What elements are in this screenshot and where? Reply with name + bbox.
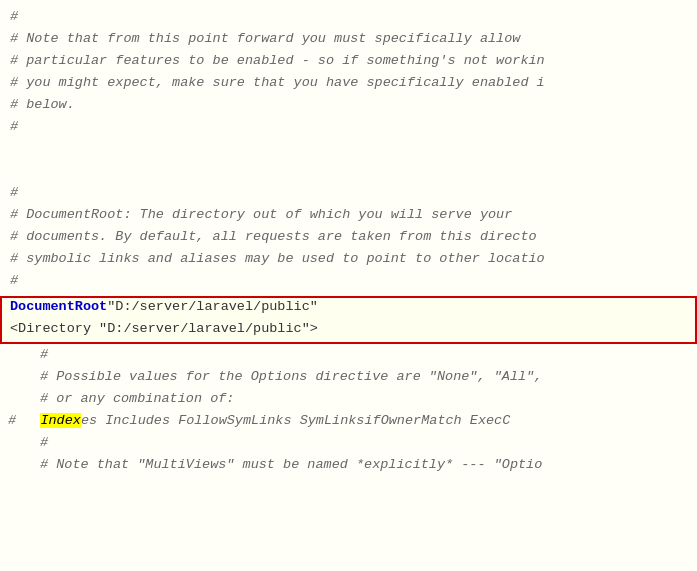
line-text: # <box>0 347 48 362</box>
directory-tag: <Directory "D:/server/laravel/public"> <box>10 321 318 336</box>
line-after-index: es Includes FollowSymLinks SymLinksifOwn… <box>81 413 510 428</box>
line-before-index: # <box>0 413 40 428</box>
code-line-18: # or any combination of: <box>0 390 697 412</box>
code-line-9: # <box>0 184 697 206</box>
line-text: # <box>0 9 18 24</box>
line-text: # below. <box>0 97 75 112</box>
line-text: # Possible values for the Options direct… <box>0 369 542 384</box>
line-text: # you might expect, make sure that you h… <box>0 75 545 90</box>
line-text: # or any combination of: <box>0 391 234 406</box>
documentroot-keyword: DocumentRoot <box>10 299 107 314</box>
line-text: # documents. By default, all requests ar… <box>0 229 537 244</box>
code-line-13: # <box>0 272 697 294</box>
code-line-20: # <box>0 434 697 456</box>
code-line-3: # particular features to be enabled - so… <box>0 52 697 74</box>
index-highlight: Index <box>40 413 81 428</box>
code-line-16: # <box>0 346 697 368</box>
code-line-5: # below. <box>0 96 697 118</box>
code-editor: # # Note that from this point forward yo… <box>0 0 697 571</box>
code-line-19: # Index es Includes FollowSymLinks SymLi… <box>0 412 697 434</box>
code-line-15: <Directory "D:/server/laravel/public"> <box>2 320 695 342</box>
line-text: # Note that from this point forward you … <box>0 31 520 46</box>
code-line-2: # Note that from this point forward you … <box>0 30 697 52</box>
code-line-7 <box>0 140 697 162</box>
line-text: # <box>0 435 48 450</box>
code-line-8 <box>0 162 697 184</box>
code-line-4: # you might expect, make sure that you h… <box>0 74 697 96</box>
code-line-6: # <box>0 118 697 140</box>
code-line-1: # <box>0 8 697 30</box>
code-line-12: # symbolic links and aliases may be used… <box>0 250 697 272</box>
line-text: # particular features to be enabled - so… <box>0 53 545 68</box>
line-text: # <box>0 273 18 288</box>
code-line-14: DocumentRoot "D:/server/laravel/public" <box>2 298 695 320</box>
code-line-11: # documents. By default, all requests ar… <box>0 228 697 250</box>
highlighted-config-block: DocumentRoot "D:/server/laravel/public" … <box>0 296 697 344</box>
line-text: # Note that "MultiViews" must be named *… <box>0 457 542 472</box>
line-text: # <box>0 185 18 200</box>
documentroot-value: "D:/server/laravel/public" <box>107 299 318 314</box>
code-line-17: # Possible values for the Options direct… <box>0 368 697 390</box>
code-line-21: # Note that "MultiViews" must be named *… <box>0 456 697 478</box>
line-text: # DocumentRoot: The directory out of whi… <box>0 207 512 222</box>
line-text: # <box>0 119 18 134</box>
line-text: # symbolic links and aliases may be used… <box>0 251 545 266</box>
code-line-10: # DocumentRoot: The directory out of whi… <box>0 206 697 228</box>
